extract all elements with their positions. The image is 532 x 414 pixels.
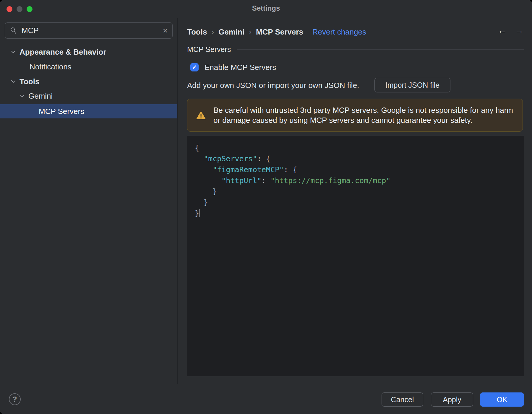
json-punct: } <box>195 198 208 207</box>
sidebar-divider <box>177 18 178 384</box>
clear-search-icon[interactable]: × <box>163 27 168 35</box>
json-editor[interactable]: { "mcpServers": { "figmaRemoteMCP": { "h… <box>187 136 524 376</box>
back-arrow-button[interactable]: ← <box>498 25 507 35</box>
enable-mcp-label: Enable MCP Servers <box>205 63 276 72</box>
json-key: "figmaRemoteMCP" <box>213 165 284 174</box>
sidebar-item-mcp-servers[interactable]: MCP Servers <box>0 104 177 118</box>
sidebar-item-appearance-behavior[interactable]: Appearance & Behavior <box>0 45 177 59</box>
settings-window: Settings × Appearance & Behavior Notific… <box>0 0 532 414</box>
help-button[interactable]: ? <box>9 393 21 405</box>
ok-button[interactable]: OK <box>480 392 524 407</box>
breadcrumb-item-tools[interactable]: Tools <box>187 27 207 37</box>
import-json-button[interactable]: Import JSON file <box>374 78 450 92</box>
code-line: "figmaRemoteMCP": { <box>195 164 516 175</box>
enable-mcp-checkbox[interactable]: ✓ <box>190 63 199 71</box>
checkbox-check-icon: ✓ <box>192 64 197 71</box>
json-indent <box>195 154 204 163</box>
sidebar-item-tools[interactable]: Tools <box>0 74 177 89</box>
titlebar: Settings <box>0 0 532 18</box>
json-punct: } <box>195 187 217 196</box>
sidebar-item-gemini[interactable]: Gemini <box>0 89 177 103</box>
code-line: } <box>195 186 516 197</box>
code-line: { <box>195 142 516 153</box>
breadcrumb: Tools › Gemini › MCP Servers Revert chan… <box>187 27 366 37</box>
breadcrumb-item-gemini[interactable]: Gemini <box>218 27 244 37</box>
history-nav: ← → <box>498 25 524 35</box>
json-string: "https://mcp.figma.com/mcp" <box>270 176 390 185</box>
forward-arrow-button[interactable]: → <box>515 25 524 35</box>
revert-changes-link[interactable]: Revert changes <box>312 27 366 37</box>
code-line: } <box>195 197 516 208</box>
search-icon[interactable] <box>10 27 17 35</box>
json-key: "mcpServers" <box>204 154 257 163</box>
footer-divider <box>0 384 532 384</box>
section-title: MCP Servers <box>187 45 231 54</box>
json-punct: : { <box>257 154 270 163</box>
enable-mcp-servers-row: ✓ Enable MCP Servers <box>190 63 276 72</box>
sidebar-item-label: Tools <box>20 77 39 86</box>
settings-search-field[interactable]: × <box>5 22 173 39</box>
json-punct: : <box>262 176 270 185</box>
sidebar-item-notifications[interactable]: Notifications <box>0 60 177 74</box>
json-indent <box>195 165 213 174</box>
sidebar-item-label: Appearance & Behavior <box>20 48 106 57</box>
code-line: "mcpServers": { <box>195 153 516 164</box>
json-punct: { <box>195 144 199 152</box>
import-instruction-text: Add your own JSON or import your own JSO… <box>187 81 359 90</box>
section-divider <box>237 49 524 50</box>
warning-icon <box>196 110 206 120</box>
json-key: "httpUrl" <box>221 176 261 185</box>
question-icon: ? <box>13 395 17 403</box>
json-punct: : { <box>284 165 297 174</box>
warning-text: Be careful with untrusted 3rd party MCP … <box>213 105 514 125</box>
text-cursor <box>200 209 200 217</box>
breadcrumb-item-mcp-servers[interactable]: MCP Servers <box>256 27 303 37</box>
sidebar-item-label: Notifications <box>30 62 72 71</box>
warning-banner: Be careful with untrusted 3rd party MCP … <box>187 99 523 132</box>
section-header: MCP Servers <box>187 44 524 54</box>
code-line: "httpUrl": "https://mcp.figma.com/mcp" <box>195 175 516 186</box>
code-line: } <box>195 208 516 219</box>
chevron-down-icon[interactable] <box>11 80 16 83</box>
window-title: Settings <box>0 4 532 12</box>
apply-button[interactable]: Apply <box>431 392 473 407</box>
sidebar-item-label: Gemini <box>28 92 53 101</box>
search-input[interactable] <box>22 26 163 35</box>
breadcrumb-separator: › <box>211 27 214 37</box>
cancel-button[interactable]: Cancel <box>382 392 423 407</box>
json-indent <box>195 176 221 185</box>
breadcrumb-separator: › <box>249 27 252 37</box>
chevron-down-icon[interactable] <box>11 50 16 54</box>
sidebar-item-label: MCP Servers <box>39 107 84 116</box>
chevron-down-icon[interactable] <box>20 94 25 98</box>
json-punct: } <box>195 209 199 218</box>
